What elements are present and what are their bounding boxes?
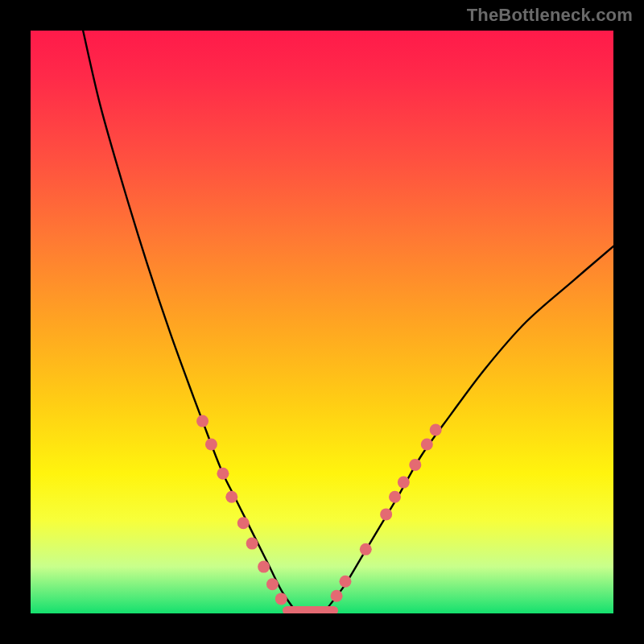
highlight-dot (237, 517, 250, 529)
curve-group (83, 31, 613, 608)
chart-stage: TheBottleneck.com (0, 0, 644, 644)
highlight-dot (205, 439, 217, 451)
highlight-dot (380, 508, 392, 520)
highlight-dot (389, 491, 401, 503)
highlight-dot (196, 415, 208, 427)
highlight-dot (430, 423, 442, 436)
highlight-dot (360, 543, 372, 555)
highlight-dot (258, 561, 270, 573)
watermark-text: TheBottleneck.com (467, 5, 633, 26)
highlight-dot (331, 590, 343, 602)
left-curve (83, 31, 293, 608)
chart-svg (31, 31, 613, 613)
highlight-dot (421, 439, 433, 451)
highlight-dot (339, 576, 351, 588)
highlight-dot (225, 491, 237, 503)
plot-area (31, 31, 613, 613)
highlight-dot (275, 592, 287, 605)
right-curve (328, 246, 613, 608)
highlight-dot (246, 538, 258, 550)
dot-group (196, 415, 442, 605)
highlight-dot (266, 578, 279, 590)
highlight-dot (409, 459, 421, 471)
highlight-dot (398, 477, 410, 489)
highlight-dot (217, 468, 229, 480)
